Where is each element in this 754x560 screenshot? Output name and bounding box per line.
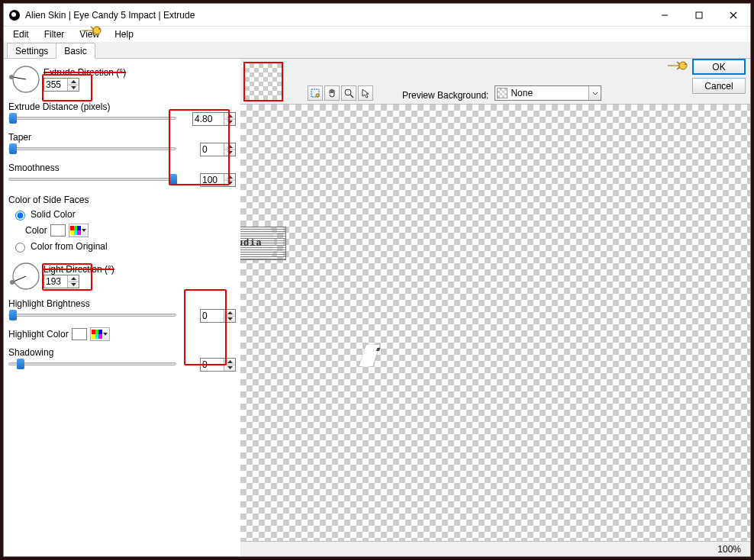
svg-marker-12 bbox=[71, 86, 76, 89]
highlight-brightness-input[interactable] bbox=[201, 310, 224, 322]
extrude-direction-input[interactable] bbox=[44, 79, 67, 91]
tabstrip: Settings Basic bbox=[4, 42, 750, 59]
highlight-brightness-spinner[interactable] bbox=[200, 309, 236, 323]
smoothness-label: Smoothness bbox=[8, 163, 236, 173]
spinner-down-icon[interactable] bbox=[68, 282, 79, 288]
extrude-distance-spinner[interactable] bbox=[192, 112, 236, 126]
spinner-down-icon[interactable] bbox=[224, 317, 235, 323]
menu-help[interactable]: Help bbox=[108, 27, 140, 41]
preview-background-select[interactable]: None bbox=[495, 85, 601, 101]
window-title: Alien Skin | Eye Candy 5 Impact | Extrud… bbox=[25, 10, 195, 21]
svg-point-22 bbox=[10, 280, 14, 285]
preview-background-value: None bbox=[511, 88, 533, 98]
svg-marker-26 bbox=[227, 317, 233, 320]
spinner-down-icon[interactable] bbox=[224, 120, 235, 126]
preview-object bbox=[359, 345, 379, 366]
color-label: Color bbox=[25, 225, 47, 236]
spinner-up-icon[interactable] bbox=[224, 174, 235, 181]
marquee-tool-button[interactable] bbox=[308, 85, 323, 101]
pointer-tool-button[interactable] bbox=[358, 85, 373, 101]
color-from-original-radio[interactable] bbox=[15, 243, 25, 253]
svg-point-1 bbox=[11, 12, 16, 17]
spinner-up-icon[interactable] bbox=[224, 359, 235, 365]
spinner-down-icon[interactable] bbox=[224, 181, 235, 187]
app-icon bbox=[8, 9, 21, 21]
svg-rect-3 bbox=[696, 12, 702, 18]
smoothness-slider[interactable] bbox=[8, 178, 176, 181]
maximize-button[interactable] bbox=[682, 4, 716, 26]
extrude-direction-wheel[interactable] bbox=[8, 63, 40, 95]
svg-point-32 bbox=[345, 89, 351, 95]
shadowing-spinner[interactable] bbox=[200, 358, 236, 372]
svg-marker-34 bbox=[362, 89, 369, 98]
minimize-button[interactable] bbox=[647, 4, 682, 26]
highlight-brightness-slider[interactable] bbox=[8, 314, 176, 317]
settings-panel: Extrude Direction (°) Extrude Distance (… bbox=[4, 59, 240, 556]
side-color-picker-button[interactable] bbox=[69, 224, 89, 237]
cancel-button[interactable]: Cancel bbox=[692, 78, 746, 94]
spinner-up-icon[interactable] bbox=[224, 310, 235, 317]
solid-color-radio[interactable] bbox=[15, 211, 25, 220]
extrude-distance-input[interactable] bbox=[193, 113, 224, 125]
extrude-direction-spinner[interactable] bbox=[44, 78, 79, 92]
svg-line-21 bbox=[14, 276, 26, 282]
light-direction-wheel[interactable] bbox=[8, 260, 40, 292]
taper-spinner[interactable] bbox=[200, 143, 236, 156]
smoothness-spinner[interactable] bbox=[200, 173, 236, 187]
tab-settings[interactable]: Settings bbox=[7, 43, 56, 58]
svg-marker-15 bbox=[227, 145, 233, 148]
highlight-color-label: Highlight Color bbox=[8, 329, 69, 340]
transparency-icon bbox=[497, 88, 508, 98]
close-button[interactable] bbox=[716, 4, 750, 26]
light-direction-label: Light Direction (°) bbox=[44, 264, 114, 275]
menubar: Edit Filter View Help bbox=[4, 27, 750, 42]
spinner-down-icon[interactable] bbox=[224, 150, 235, 156]
highlight-color-picker-button[interactable] bbox=[90, 327, 110, 341]
svg-marker-27 bbox=[103, 333, 108, 336]
menu-filter[interactable]: Filter bbox=[38, 27, 71, 41]
extrude-distance-slider[interactable] bbox=[8, 117, 176, 120]
svg-point-31 bbox=[316, 94, 319, 97]
ok-button[interactable]: OK bbox=[692, 59, 746, 75]
svg-marker-19 bbox=[82, 229, 86, 232]
tab-basic[interactable]: Basic bbox=[56, 43, 95, 59]
palette-icon bbox=[92, 330, 102, 339]
svg-point-7 bbox=[98, 28, 100, 30]
spinner-down-icon[interactable] bbox=[68, 85, 79, 92]
pointing-hand-icon bbox=[666, 57, 688, 76]
spinner-up-icon[interactable] bbox=[224, 143, 235, 150]
taper-input[interactable] bbox=[201, 143, 224, 156]
svg-marker-14 bbox=[227, 121, 233, 124]
zoom-tool-button[interactable] bbox=[341, 85, 356, 101]
extrude-direction-label: Extrude Direction (°) bbox=[44, 67, 126, 78]
watermark: claudia bbox=[240, 227, 286, 260]
spinner-down-icon[interactable] bbox=[224, 365, 235, 372]
spinner-up-icon[interactable] bbox=[68, 79, 79, 85]
palette-icon bbox=[70, 226, 81, 235]
pointing-hand-icon bbox=[80, 22, 102, 41]
highlight-brightness-label: Highlight Brightness bbox=[8, 298, 236, 309]
shadowing-input[interactable] bbox=[201, 359, 224, 371]
app-window: Alien Skin | Eye Candy 5 Impact | Extrud… bbox=[3, 3, 751, 557]
preview-canvas[interactable]: claudia bbox=[240, 105, 750, 541]
light-direction-spinner[interactable] bbox=[44, 275, 79, 288]
light-direction-input[interactable] bbox=[44, 275, 67, 288]
smoothness-input[interactable] bbox=[201, 174, 224, 186]
statusbar: 100% bbox=[240, 541, 750, 556]
shadowing-slider[interactable] bbox=[8, 362, 176, 365]
svg-line-33 bbox=[350, 95, 353, 98]
svg-point-10 bbox=[9, 75, 14, 79]
svg-marker-25 bbox=[227, 311, 233, 314]
side-color-swatch[interactable] bbox=[50, 224, 66, 237]
svg-marker-29 bbox=[227, 366, 233, 369]
solid-color-label: Solid Color bbox=[31, 209, 76, 220]
taper-slider[interactable] bbox=[8, 147, 176, 150]
hand-tool-button[interactable] bbox=[324, 85, 340, 101]
spinner-up-icon[interactable] bbox=[224, 113, 235, 120]
spinner-up-icon[interactable] bbox=[68, 275, 79, 282]
highlight-color-swatch[interactable] bbox=[72, 328, 87, 340]
navigator-thumbnail[interactable] bbox=[243, 62, 283, 101]
svg-marker-18 bbox=[227, 182, 233, 185]
menu-edit[interactable]: Edit bbox=[7, 27, 35, 41]
titlebar: Alien Skin | Eye Candy 5 Impact | Extrud… bbox=[4, 4, 750, 27]
